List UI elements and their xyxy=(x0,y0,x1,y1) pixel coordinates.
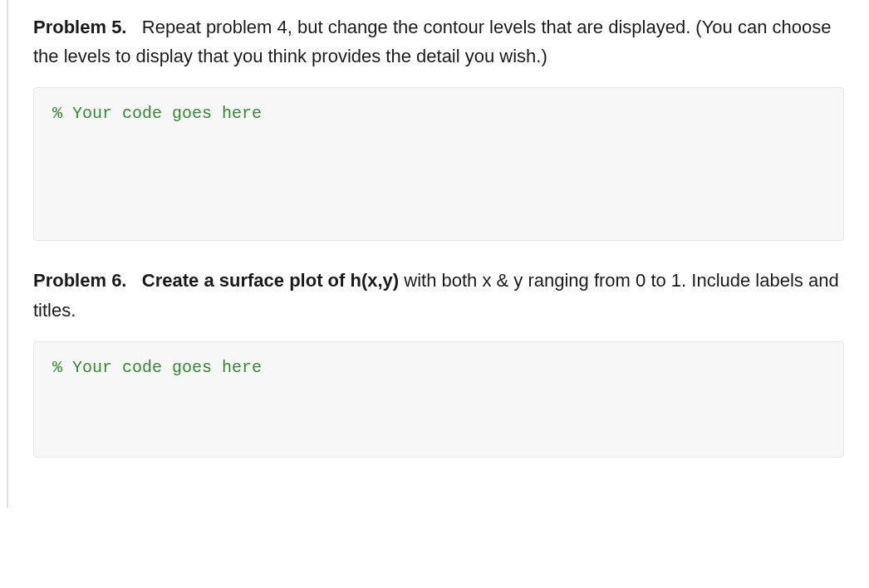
problem-6-code-block[interactable]: % Your code goes here xyxy=(33,341,844,458)
document-container: Problem 5. Repeat problem 4, but change … xyxy=(7,0,869,507)
problem-5-description: Repeat problem 4, but change the contour… xyxy=(33,17,831,66)
problem-5-block: Problem 5. Repeat problem 4, but change … xyxy=(33,12,844,241)
problem-5-code-block[interactable]: % Your code goes here xyxy=(33,87,844,241)
problem-5-text: Problem 5. Repeat problem 4, but change … xyxy=(33,12,844,71)
problem-6-code-comment: % Your code goes here xyxy=(52,358,262,377)
problem-6-label: Problem 6. xyxy=(33,270,126,291)
problem-5-label: Problem 5. xyxy=(33,17,126,37)
problem-5-code-comment: % Your code goes here xyxy=(52,104,262,123)
problem-6-block: Problem 6. Create a surface plot of h(x,… xyxy=(33,266,844,457)
problem-6-text: Problem 6. Create a surface plot of h(x,… xyxy=(33,266,844,324)
problem-6-title: Create a surface plot of h(x,y) xyxy=(142,270,399,291)
